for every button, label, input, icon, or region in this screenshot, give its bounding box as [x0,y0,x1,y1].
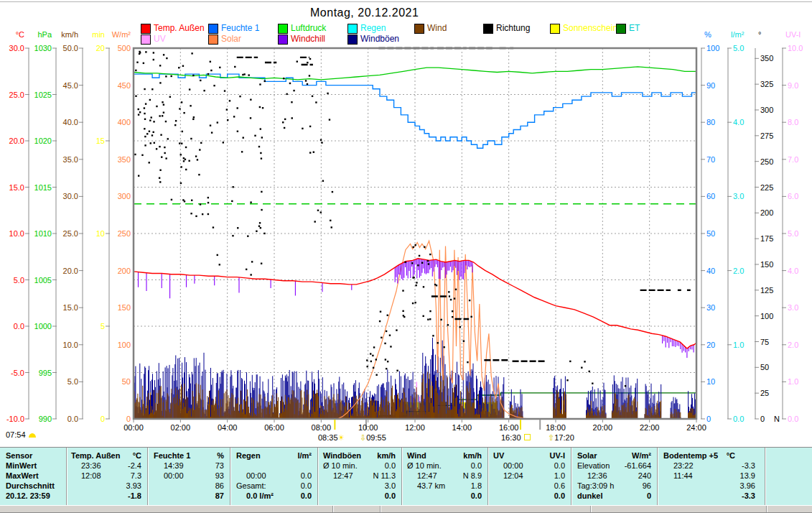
x-tick-label: 20:00 [588,423,617,432]
event-time: 17:20 [554,433,574,442]
axis-tick-label: 1005 [11,276,52,285]
event-time: 07:54 [6,430,26,439]
axis-tick-label: 30.0 [38,192,78,200]
axis-tick-label: 30 [706,303,715,312]
table-row-label: Sensor [6,451,32,461]
x-tick-label: 04:00 [213,423,242,432]
table-col-unit: UV-I [522,451,565,461]
table-cell-value: 0.0 [424,491,482,501]
legend-swatch-icon [141,24,151,34]
table-divider [147,448,149,505]
legend-swatch-icon [208,24,218,34]
axis-tick-label: 200 [760,208,773,217]
table-cell-value: -1.8 [84,491,141,501]
axis-tick-label: 995 [11,369,52,377]
dawn-icon [29,433,36,438]
table-cell-value: -3.3 [698,491,755,501]
legend-label: Wind [427,24,447,33]
status-bar [0,505,812,513]
x-tick-label: 18:00 [541,423,570,432]
axis-tick-label: 1025 [11,91,52,99]
legend-swatch-icon [278,34,288,45]
axis-tick-label: 0 [90,415,131,423]
table-cell-value: 0.0 [254,471,312,481]
axis-tick-label: 10.0 [38,341,78,349]
legend-label: Sonnenschein [563,24,617,33]
axis-tick-label: 40.0 [38,118,78,126]
axis-tick-label: 3.0 [733,192,744,200]
table-cell-value: 3.96 [698,481,755,491]
x-tick-label: 08:00 [307,423,335,432]
table-row-label: MaxWert [6,471,39,481]
axis-tick-label: 5.0 [733,44,744,52]
table-divider [317,448,319,505]
axis-tick-label: 6.0 [788,192,798,200]
axis-tick-label: 350 [90,155,131,164]
axis-tick-label: 0 [706,415,711,423]
x-tick-label: 14:00 [447,423,476,432]
x-tick-label: 16:00 [495,423,523,432]
event-time: 08:35 [318,433,338,442]
axis-tick-label: 400 [90,118,131,126]
event-time: 09:55 [366,433,386,442]
table-col-name: UV [493,451,504,461]
axis-tick-label: 1020 [11,137,52,145]
table-cell-value: 0.0 [424,461,482,471]
axis-tick-label: 250 [760,157,773,166]
table-cell-label: 23:22 [673,461,694,471]
axis-unit: l/m² [731,30,744,39]
axis-tick-label: 100 [760,312,773,320]
table-cell-value: 86 [167,481,224,491]
table-cell-value: 73 [167,461,224,471]
x-tick-label: 10:00 [354,423,383,432]
legend-label: UV [154,34,166,44]
sun-moon-event: ⇧17:20 [548,433,574,443]
table-cell-value: -2.4 [84,461,141,471]
table-col-unit: km/h [439,451,482,461]
table-col-unit: % [181,451,224,461]
axis-unit: ° [758,30,761,39]
table-divider [66,448,67,505]
stats-table: SensorMinWertMaxWertDurchschnitt20.12. 2… [0,447,812,506]
axis-tick-label: 80 [706,118,715,126]
axis-tick-label: 50 [760,363,769,371]
axis-tick-label: 20 [706,341,715,349]
table-divider [571,448,572,505]
table-divider [657,448,658,505]
table-divider [765,448,766,505]
table-col-name: Wind [407,451,426,461]
axis-unit: UV-I [785,30,801,39]
table-col-unit: °C [692,451,735,461]
table-cell-value: 3.93 [84,481,141,491]
axis-tick-label: 4.0 [788,267,798,275]
table-col-name: Solar [577,451,597,461]
legend-swatch-icon [347,34,358,45]
table-col-unit: km/h [353,451,396,461]
legend-swatch-icon [141,34,151,45]
table-cell-value: 0 [594,491,651,501]
moonset-icon: ⇩ [360,433,366,443]
table-cell-value: -61.664 [594,461,651,471]
axis-tick-label: 70 [706,155,715,164]
sun-moon-event: 07:54 [6,430,36,439]
axis-tick-label: 1.0 [788,377,798,386]
table-cell-value: 1.8 [424,481,482,491]
axis-tick-label: 5 [65,322,105,331]
table-cell-value: N 8.9 [424,471,482,481]
legend-swatch-icon [208,34,218,45]
table-divider [401,448,403,505]
x-tick-label: 00:00 [119,423,148,432]
moonrise-icon: ⇧ [548,433,554,443]
legend-label: Luftdruck [291,24,326,33]
axis-tick-label: 150 [90,303,131,312]
legend-label: Feuchte 1 [221,24,259,33]
axis-tick-label: 20.0 [38,267,78,275]
table-cell-value: 3.0 [338,481,396,491]
table-cell-value: 240 [594,471,651,481]
axis-tick-label: 40 [706,267,715,275]
table-cell-value: 93 [167,471,224,481]
axis-tick-label: 325 [760,80,773,88]
axis-tick-label: 3.0 [788,303,798,312]
table-divider [487,448,489,505]
legend-swatch-icon [550,24,560,34]
